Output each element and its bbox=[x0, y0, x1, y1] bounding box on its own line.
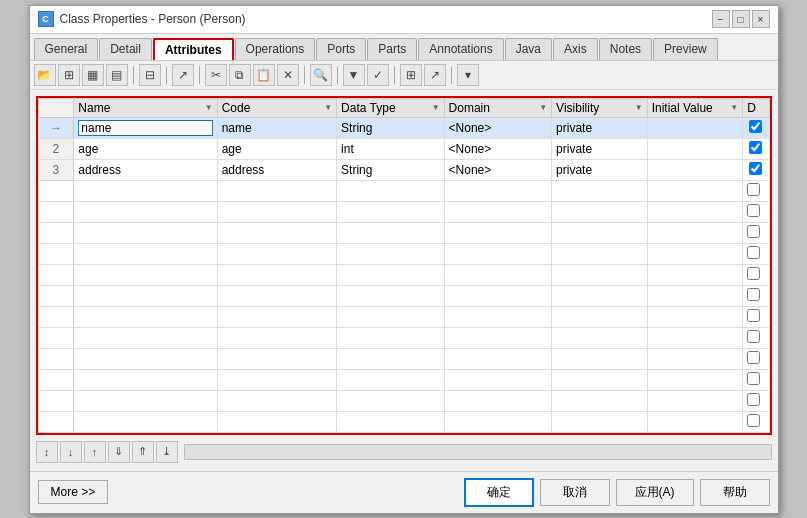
btn-import[interactable]: ⤓ bbox=[156, 441, 178, 463]
checkbox-d-2[interactable] bbox=[749, 141, 762, 154]
confirm-button[interactable]: 确定 bbox=[464, 478, 534, 507]
cell-d-1[interactable] bbox=[743, 117, 769, 138]
toolbar-btn-table2[interactable]: ▦ bbox=[82, 64, 104, 86]
cell-visibility-3: private bbox=[552, 159, 648, 180]
tab-annotations[interactable]: Annotations bbox=[418, 38, 503, 60]
cell-initial-1 bbox=[647, 117, 743, 138]
toolbar-sep6 bbox=[394, 66, 395, 84]
checkbox-empty[interactable] bbox=[747, 309, 760, 322]
col-header-domain[interactable]: Domain ▼ bbox=[444, 98, 552, 117]
checkbox-empty[interactable] bbox=[747, 267, 760, 280]
content-area: Name ▼ Code ▼ bbox=[30, 90, 778, 471]
col-header-datatype[interactable]: Data Type ▼ bbox=[337, 98, 445, 117]
toolbar-btn-table3[interactable]: ▤ bbox=[106, 64, 128, 86]
title-bar: C Class Properties - Person (Person) − □… bbox=[30, 6, 778, 34]
table-row-empty bbox=[38, 222, 769, 243]
more-button[interactable]: More >> bbox=[38, 480, 109, 504]
window-icon: C bbox=[38, 11, 54, 27]
tab-java[interactable]: Java bbox=[505, 38, 552, 60]
toolbar-btn-excel[interactable]: ⊞ bbox=[400, 64, 422, 86]
row-num-2: 2 bbox=[38, 138, 74, 159]
tab-parts[interactable]: Parts bbox=[367, 38, 417, 60]
toolbar-btn-paste[interactable]: 📋 bbox=[253, 64, 275, 86]
col-header-visibility[interactable]: Visibility ▼ bbox=[552, 98, 648, 117]
toolbar-btn-check[interactable]: ✓ bbox=[367, 64, 389, 86]
cell-domain-2: <None> bbox=[444, 138, 552, 159]
cell-d-2[interactable] bbox=[743, 138, 769, 159]
tab-operations[interactable]: Operations bbox=[235, 38, 316, 60]
btn-move-up-top[interactable]: ↕ bbox=[36, 441, 58, 463]
table-row-empty bbox=[38, 327, 769, 348]
toolbar-btn-filter[interactable]: ▼ bbox=[343, 64, 365, 86]
checkbox-empty[interactable] bbox=[747, 414, 760, 427]
row-indicator: → bbox=[38, 117, 74, 138]
minimize-button[interactable]: − bbox=[712, 10, 730, 28]
checkbox-empty[interactable] bbox=[747, 225, 760, 238]
checkbox-d-3[interactable] bbox=[749, 162, 762, 175]
tab-preview[interactable]: Preview bbox=[653, 38, 718, 60]
toolbar-sep4 bbox=[304, 66, 305, 84]
table-row: → name String <None> private bbox=[38, 117, 769, 138]
attributes-table: Name ▼ Code ▼ bbox=[38, 98, 770, 433]
cell-name-1[interactable] bbox=[74, 117, 217, 138]
toolbar-btn-open[interactable]: 📂 bbox=[34, 64, 56, 86]
cell-initial-3 bbox=[647, 159, 743, 180]
tab-detail[interactable]: Detail bbox=[99, 38, 152, 60]
col-header-initial[interactable]: Initial Value ▼ bbox=[647, 98, 743, 117]
cell-code-3: address bbox=[217, 159, 336, 180]
tab-notes[interactable]: Notes bbox=[599, 38, 652, 60]
toolbar-btn-dropdown[interactable]: ▾ bbox=[457, 64, 479, 86]
col-header-name[interactable]: Name ▼ bbox=[74, 98, 217, 117]
cell-d-3[interactable] bbox=[743, 159, 769, 180]
btn-move-up[interactable]: ↑ bbox=[84, 441, 106, 463]
cell-name-3[interactable]: address bbox=[74, 159, 217, 180]
col-header-d: D bbox=[743, 98, 769, 117]
toolbar-btn-layout[interactable]: ⊟ bbox=[139, 64, 161, 86]
toolbar-btn-cut[interactable]: ✂ bbox=[205, 64, 227, 86]
table-wrapper[interactable]: Name ▼ Code ▼ bbox=[38, 98, 770, 433]
toolbar-sep3 bbox=[199, 66, 200, 84]
close-button[interactable]: × bbox=[752, 10, 770, 28]
table-row: 2 age age int <None> private bbox=[38, 138, 769, 159]
tab-attributes[interactable]: Attributes bbox=[153, 38, 234, 60]
toolbar-btn-search[interactable]: 🔍 bbox=[310, 64, 332, 86]
window-title: Class Properties - Person (Person) bbox=[60, 12, 246, 26]
btn-move-down[interactable]: ↓ bbox=[60, 441, 82, 463]
toolbar-btn-arrow[interactable]: ↗ bbox=[172, 64, 194, 86]
maximize-button[interactable]: □ bbox=[732, 10, 750, 28]
main-window: C Class Properties - Person (Person) − □… bbox=[29, 5, 779, 514]
checkbox-empty[interactable] bbox=[747, 372, 760, 385]
help-button[interactable]: 帮助 bbox=[700, 479, 770, 506]
toolbar-btn-copy[interactable]: ⧉ bbox=[229, 64, 251, 86]
checkbox-empty[interactable] bbox=[747, 288, 760, 301]
cell-name-2[interactable]: age bbox=[74, 138, 217, 159]
btn-move-bottom[interactable]: ⇓ bbox=[108, 441, 130, 463]
table-row-empty bbox=[38, 264, 769, 285]
checkbox-empty[interactable] bbox=[747, 393, 760, 406]
name-input-1[interactable] bbox=[78, 120, 212, 136]
toolbar-btn-table1[interactable]: ⊞ bbox=[58, 64, 80, 86]
checkbox-empty[interactable] bbox=[747, 183, 760, 196]
table-row-empty bbox=[38, 285, 769, 306]
checkbox-empty[interactable] bbox=[747, 246, 760, 259]
apply-button[interactable]: 应用(A) bbox=[616, 479, 694, 506]
horizontal-scrollbar[interactable] bbox=[184, 444, 772, 460]
footer: More >> 确定 取消 应用(A) 帮助 bbox=[30, 471, 778, 513]
checkbox-d-1[interactable] bbox=[749, 120, 762, 133]
btn-move-top[interactable]: ⇑ bbox=[132, 441, 154, 463]
table-row-empty bbox=[38, 306, 769, 327]
checkbox-empty[interactable] bbox=[747, 351, 760, 364]
tab-ports[interactable]: Ports bbox=[316, 38, 366, 60]
checkbox-empty[interactable] bbox=[747, 204, 760, 217]
col-header-code[interactable]: Code ▼ bbox=[217, 98, 336, 117]
toolbar-btn-delete[interactable]: ✕ bbox=[277, 64, 299, 86]
tab-axis[interactable]: Axis bbox=[553, 38, 598, 60]
checkbox-empty[interactable] bbox=[747, 330, 760, 343]
toolbar-btn-export[interactable]: ↗ bbox=[424, 64, 446, 86]
cell-code-2: age bbox=[217, 138, 336, 159]
attributes-table-container: Name ▼ Code ▼ bbox=[36, 96, 772, 435]
cancel-button[interactable]: 取消 bbox=[540, 479, 610, 506]
table-row-empty bbox=[38, 243, 769, 264]
table-row-empty bbox=[38, 348, 769, 369]
tab-general[interactable]: General bbox=[34, 38, 99, 60]
